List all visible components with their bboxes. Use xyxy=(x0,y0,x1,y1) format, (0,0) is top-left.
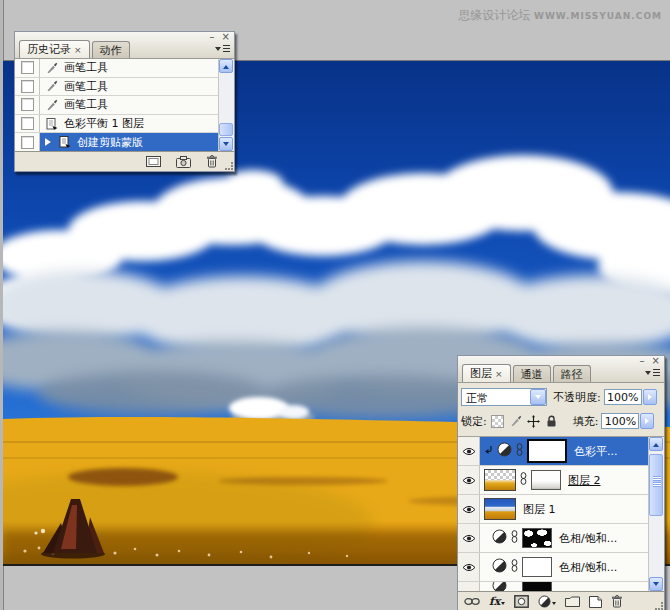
adjustment-layer-icon[interactable] xyxy=(492,529,507,547)
link-mask-icon[interactable] xyxy=(520,472,527,488)
adjustment-layer-icon[interactable] xyxy=(492,558,507,576)
history-row-label: 画笔工具 xyxy=(64,79,108,94)
tab-paths[interactable]: 路径 xyxy=(553,365,591,382)
layer-row[interactable]: 色相/饱和... xyxy=(458,553,664,582)
link-layers-button[interactable] xyxy=(464,597,480,606)
new-group-icon[interactable] xyxy=(565,596,580,607)
minimize-icon[interactable]: – xyxy=(210,32,215,41)
adjustment-layer-icon[interactable] xyxy=(497,442,512,460)
link-mask-icon[interactable] xyxy=(516,443,523,459)
resize-grip[interactable] xyxy=(655,602,663,610)
panel-menu-icon[interactable] xyxy=(645,368,660,379)
layer-row-selected[interactable]: 色彩平... xyxy=(458,437,664,466)
layer-mask-thumbnail[interactable] xyxy=(531,470,561,490)
layer-name[interactable]: 色相/饱和... xyxy=(559,531,617,546)
add-layer-mask-button[interactable] xyxy=(514,595,529,608)
layer-row[interactable]: 图层 1 xyxy=(458,495,664,524)
tab-history[interactable]: 历史记录× xyxy=(19,40,90,58)
opacity-label: 不透明度: xyxy=(553,390,601,405)
history-source-checkbox[interactable] xyxy=(21,117,34,130)
history-row-label: 创建剪贴蒙版 xyxy=(77,135,143,150)
blend-mode-select[interactable]: 正常 xyxy=(461,388,547,406)
fill-input[interactable]: 100% xyxy=(601,413,639,429)
watermark-site-url: WWW.MISSYUAN.COM xyxy=(534,11,662,21)
scroll-up-icon[interactable] xyxy=(219,59,233,73)
history-row[interactable]: 画笔工具 xyxy=(15,59,234,78)
clipping-mask-arrow-icon xyxy=(484,445,493,458)
history-list: 画笔工具 画笔工具 画笔工具 xyxy=(15,59,234,152)
visibility-toggle[interactable] xyxy=(458,524,480,552)
layers-list: 色彩平... 图层 2 图层 1 xyxy=(458,437,664,592)
new-document-from-state-button[interactable] xyxy=(146,156,161,167)
history-panel-header: – × 历史记录× 动作 xyxy=(15,32,234,59)
visibility-toggle[interactable] xyxy=(458,495,480,523)
layer-name[interactable]: 色相/饱和... xyxy=(559,560,617,575)
fill-arrow-icon[interactable] xyxy=(640,413,654,429)
scrollbar-thumb[interactable] xyxy=(649,454,663,516)
delete-icon[interactable] xyxy=(206,155,218,168)
tab-close-icon[interactable]: × xyxy=(495,369,503,379)
tab-layers-label: 图层 xyxy=(470,367,492,380)
history-source-checkbox[interactable] xyxy=(21,136,34,149)
link-mask-icon[interactable] xyxy=(511,530,518,546)
tab-close-icon[interactable]: × xyxy=(74,45,82,55)
scrollbar-thumb[interactable] xyxy=(219,123,233,136)
layer-thumbnail[interactable] xyxy=(484,498,516,520)
layer-style-button[interactable]: fx xyxy=(489,595,505,608)
visibility-toggle[interactable] xyxy=(458,437,480,465)
lock-transparency-icon[interactable] xyxy=(491,414,505,428)
layer-row[interactable]: 色相/饱和... xyxy=(458,524,664,553)
adjustment-layer-icon xyxy=(492,582,507,591)
tab-channels-label: 通道 xyxy=(521,368,543,381)
lock-move-icon[interactable] xyxy=(527,414,541,428)
panel-menu-icon[interactable] xyxy=(215,44,230,55)
layer-mask-thumbnail[interactable] xyxy=(527,439,567,463)
tab-layers[interactable]: 图层× xyxy=(462,364,511,382)
close-icon[interactable]: × xyxy=(222,32,230,41)
tab-channels[interactable]: 通道 xyxy=(513,365,551,382)
new-adjustment-layer-button[interactable] xyxy=(538,595,556,608)
resize-grip[interactable] xyxy=(225,162,233,170)
layers-scrollbar[interactable] xyxy=(648,437,664,591)
history-scrollbar[interactable] xyxy=(218,59,234,151)
history-row[interactable]: 画笔工具 xyxy=(15,78,234,97)
history-source-checkbox[interactable] xyxy=(21,98,34,111)
layer-name[interactable]: 色彩平... xyxy=(574,444,618,459)
history-row-selected[interactable]: 创建剪贴蒙版 xyxy=(15,133,234,151)
eye-icon xyxy=(462,447,476,456)
history-row[interactable]: 色彩平衡 1 图层 xyxy=(15,115,234,134)
opacity-input[interactable]: 100% xyxy=(604,389,642,405)
tab-actions[interactable]: 动作 xyxy=(92,41,130,58)
tab-actions-label: 动作 xyxy=(100,44,122,57)
layers-footer: fx xyxy=(458,592,664,610)
layer-name[interactable]: 图层 2 xyxy=(568,473,601,488)
chevron-down-icon[interactable] xyxy=(530,389,546,405)
layer-row[interactable]: 图层 2 xyxy=(458,466,664,495)
minimize-icon[interactable]: – xyxy=(640,356,645,365)
brush-icon xyxy=(45,99,59,111)
visibility-toggle[interactable] xyxy=(458,466,480,494)
history-row[interactable]: 画笔工具 xyxy=(15,96,234,115)
visibility-toggle[interactable] xyxy=(458,553,480,581)
close-icon[interactable]: × xyxy=(652,356,660,365)
history-panel: – × 历史记录× 动作 画笔工具 xyxy=(14,31,235,172)
history-state-pointer[interactable] xyxy=(45,138,55,146)
new-snapshot-button[interactable] xyxy=(176,156,191,168)
delete-icon[interactable] xyxy=(611,595,623,608)
new-layer-button[interactable] xyxy=(589,596,602,608)
layer-name[interactable]: 图层 1 xyxy=(523,502,556,517)
scroll-up-icon[interactable] xyxy=(649,437,663,451)
opacity-arrow-icon[interactable] xyxy=(643,389,657,405)
scroll-down-icon[interactable] xyxy=(649,577,663,591)
layer-thumbnail[interactable] xyxy=(484,469,516,491)
watermark-site-name: 思缘设计论坛 xyxy=(458,8,530,22)
history-source-checkbox[interactable] xyxy=(21,80,34,93)
lock-paint-icon[interactable] xyxy=(509,414,523,428)
layer-mask-thumbnail[interactable] xyxy=(522,557,552,577)
layer-mask-thumbnail[interactable] xyxy=(522,528,552,548)
scroll-down-icon[interactable] xyxy=(219,137,233,151)
layer-row-partial[interactable] xyxy=(458,582,664,591)
link-mask-icon[interactable] xyxy=(511,559,518,575)
lock-all-icon[interactable] xyxy=(545,414,559,428)
history-source-checkbox[interactable] xyxy=(21,61,34,74)
